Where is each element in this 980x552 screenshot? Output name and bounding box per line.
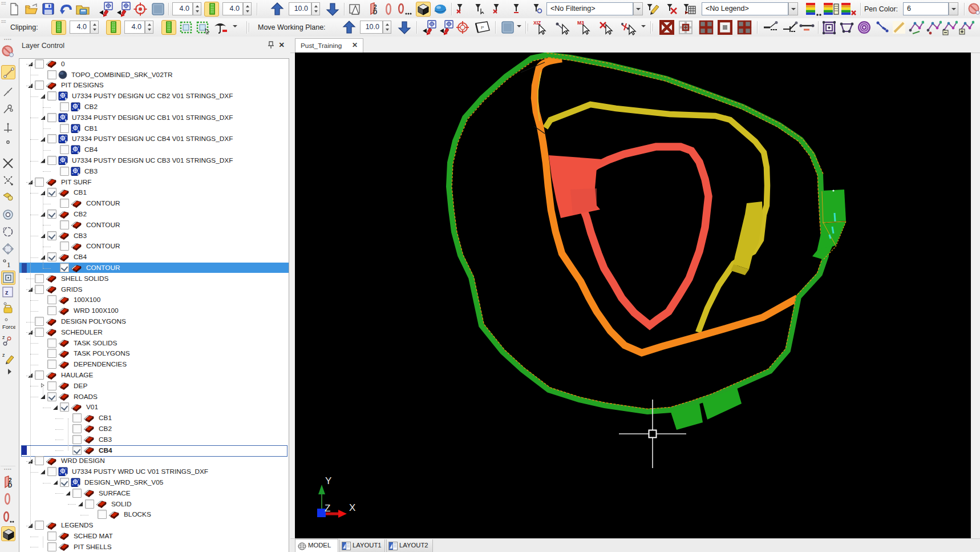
svg-text:Z: Z	[325, 503, 330, 514]
svg-text:M3: M3	[577, 20, 584, 26]
svg-text:z: z	[5, 289, 9, 296]
svg-text:D: D	[8, 482, 12, 489]
svg-text:1: 1	[7, 260, 11, 269]
svg-text:z: z	[2, 335, 5, 340]
svg-text:Y: Y	[325, 476, 331, 486]
svg-text:Force: Force	[2, 324, 15, 330]
svg-text:XIZ: XIZ	[533, 20, 541, 26]
svg-text:D: D	[373, 9, 377, 15]
svg-text:P: P	[481, 25, 484, 30]
svg-text:X: X	[349, 502, 355, 513]
svg-text:z: z	[2, 352, 5, 358]
